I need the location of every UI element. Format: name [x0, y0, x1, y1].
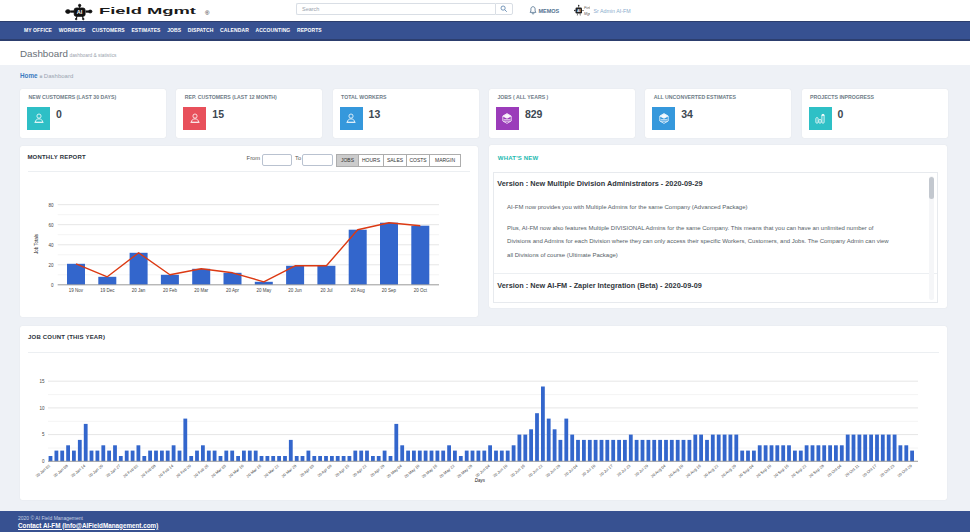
svg-text:20 Jun 10: 20 Jun 10: [492, 463, 509, 479]
svg-text:20 Sep 22: 20 Sep 22: [790, 463, 808, 479]
svg-text:Field Mgmt: Field Mgmt: [99, 5, 198, 16]
svg-text:20 Jun 28: 20 Jun 28: [544, 463, 561, 479]
svg-text:20 May 22: 20 May 22: [438, 463, 456, 479]
svg-text:20 Aug 10: 20 Aug 10: [667, 463, 685, 479]
svg-text:20 Feb 02: 20 Feb 02: [122, 463, 140, 479]
svg-text:20 Jan 14: 20 Jan 14: [70, 463, 87, 479]
svg-text:20 Feb 26: 20 Feb 26: [192, 463, 210, 479]
svg-text:20 Aug 04: 20 Aug 04: [650, 463, 668, 479]
svg-text:20 Jan 08: 20 Jan 08: [52, 463, 69, 479]
svg-text:20 Apr 28: 20 Apr 28: [369, 463, 386, 478]
svg-text:20 Mar 03: 20 Mar 03: [210, 463, 228, 479]
svg-text:60: 60: [48, 223, 54, 228]
svg-text:20 Feb 08: 20 Feb 08: [140, 463, 158, 479]
svg-text:20 Apr: 20 Apr: [226, 288, 240, 293]
svg-text:20 Aug 29: 20 Aug 29: [720, 463, 738, 479]
svg-text:20 Oct 17: 20 Oct 17: [861, 463, 878, 478]
svg-text:20 Mar 22: 20 Mar 22: [263, 463, 281, 479]
svg-text:20 May 28: 20 May 28: [456, 463, 474, 479]
svg-text:20 Sep 04: 20 Sep 04: [737, 463, 755, 479]
svg-text:20 Apr 03: 20 Apr 03: [299, 463, 316, 478]
svg-text:20 Sep 16: 20 Sep 16: [772, 463, 790, 479]
svg-text:20 Mar 10: 20 Mar 10: [228, 463, 246, 479]
svg-text:20: 20: [48, 263, 54, 268]
svg-text:20 Feb 14: 20 Feb 14: [157, 463, 175, 479]
svg-text:20 Oct 29: 20 Oct 29: [896, 463, 913, 478]
svg-text:20 Jan 27: 20 Jan 27: [105, 463, 122, 479]
svg-text:20 Jul 04: 20 Jul 04: [563, 463, 579, 478]
svg-text:20 Jul 23: 20 Jul 23: [616, 463, 632, 478]
svg-text:20 Feb 20: 20 Feb 20: [175, 463, 193, 479]
svg-text:20 Oct 04: 20 Oct 04: [826, 463, 843, 478]
svg-text:20 Jul: 20 Jul: [320, 288, 332, 293]
svg-text:Mgmt: Mgmt: [584, 12, 590, 16]
svg-text:20 Mar 16: 20 Mar 16: [245, 463, 263, 479]
svg-text:20 Jun 16: 20 Jun 16: [509, 463, 526, 479]
svg-text:20 May 16: 20 May 16: [421, 463, 439, 479]
svg-text:20 Jun 22: 20 Jun 22: [527, 463, 544, 479]
svg-text:15: 15: [39, 379, 45, 384]
svg-text:®: ®: [205, 10, 210, 16]
svg-text:19 Nov: 19 Nov: [69, 288, 84, 293]
svg-text:20 Oct: 20 Oct: [414, 288, 428, 293]
svg-text:20 Jan 20: 20 Jan 20: [87, 463, 104, 479]
svg-text:20 Aug: 20 Aug: [351, 288, 366, 293]
svg-text:20 Apr 22: 20 Apr 22: [351, 463, 368, 478]
svg-text:20 Jul 29: 20 Jul 29: [633, 463, 649, 478]
svg-text:AI: AI: [77, 9, 83, 15]
svg-text:Days: Days: [475, 478, 486, 483]
svg-text:20 Sep 28: 20 Sep 28: [808, 463, 826, 479]
svg-text:40: 40: [48, 243, 54, 248]
svg-text:10: 10: [39, 406, 45, 411]
svg-text:20 Jan: 20 Jan: [132, 288, 146, 293]
svg-text:20 May 04: 20 May 04: [385, 463, 403, 479]
svg-text:20 Mar 28: 20 Mar 28: [280, 463, 298, 479]
svg-text:20 Sep 10: 20 Sep 10: [755, 463, 773, 479]
svg-text:Field: Field: [584, 6, 590, 10]
svg-text:20 Jan 02: 20 Jan 02: [34, 463, 51, 479]
svg-text:AI: AI: [577, 9, 581, 13]
svg-text:20 Oct 23: 20 Oct 23: [879, 463, 896, 478]
svg-text:20 Feb: 20 Feb: [163, 288, 178, 293]
svg-text:5: 5: [42, 432, 45, 437]
svg-text:19 Dec: 19 Dec: [100, 288, 115, 293]
svg-text:20 Jul 17: 20 Jul 17: [598, 463, 614, 478]
svg-text:20 Apr 15: 20 Apr 15: [334, 463, 351, 478]
svg-text:20 Apr 09: 20 Apr 09: [316, 463, 333, 478]
svg-text:20 Mar: 20 Mar: [194, 288, 209, 293]
svg-text:20 May: 20 May: [256, 288, 272, 293]
svg-text:20 Jun: 20 Jun: [288, 288, 302, 293]
svg-text:20 Sep: 20 Sep: [382, 288, 397, 293]
svg-text:0: 0: [51, 283, 54, 288]
svg-text:Job Totals: Job Totals: [34, 233, 39, 254]
svg-text:80: 80: [48, 203, 54, 208]
svg-text:0: 0: [42, 459, 45, 464]
svg-text:20 Jun 04: 20 Jun 04: [474, 463, 491, 479]
svg-text:20 Oct 11: 20 Oct 11: [844, 463, 861, 478]
svg-text:20 Jul 10: 20 Jul 10: [581, 463, 597, 478]
svg-text:20 Aug 16: 20 Aug 16: [685, 463, 703, 479]
svg-text:20 May 10: 20 May 10: [403, 463, 421, 479]
svg-text:20 Aug 22: 20 Aug 22: [702, 463, 720, 479]
